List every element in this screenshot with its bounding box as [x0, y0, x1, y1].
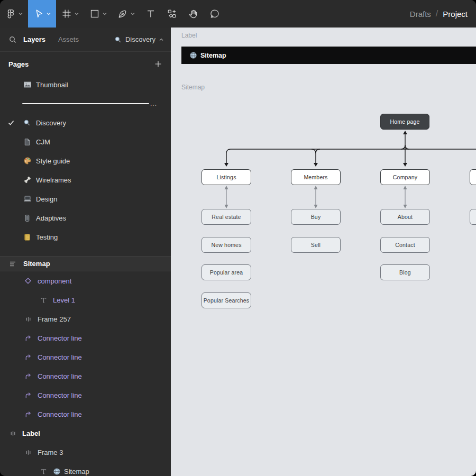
layer-item-label: Connector line — [38, 391, 82, 399]
page-item-label: Adaptives — [36, 214, 66, 222]
search-icon — [23, 119, 31, 126]
sitemap-node-listings[interactable]: Listings — [202, 169, 251, 185]
left-sidebar: Layers Assets Discovery Pages Thumbnail … — [0, 28, 171, 476]
tab-layers[interactable]: Layers — [23, 35, 45, 43]
figma-app-window: Drafts / Project Layers Assets Discovery… — [0, 0, 476, 476]
file-icon — [23, 138, 31, 146]
sitemap-node-members[interactable]: Members — [291, 169, 341, 185]
plus-icon[interactable] — [154, 60, 162, 68]
resources-icon — [167, 8, 177, 19]
page-item-label: Discovery — [36, 119, 66, 127]
phone-icon — [23, 214, 31, 222]
layer-item-label: Connector line — [38, 353, 82, 361]
section-title: Sitemap — [23, 260, 50, 268]
page-item-thumbnail[interactable]: Thumbnail — [0, 75, 171, 94]
page-item-label: Testing — [36, 233, 58, 241]
connector-icon — [24, 353, 32, 361]
page-item-style-guide[interactable]: Style guide — [0, 151, 171, 170]
page-item-cjm[interactable]: CJM — [0, 132, 171, 151]
pen-tool-button[interactable] — [112, 0, 140, 28]
canvas[interactable]: Label Sitemap Sitemap — [171, 28, 476, 476]
resources-tool-button[interactable] — [161, 0, 182, 28]
tab-assets[interactable]: Assets — [58, 35, 79, 43]
layer-item-level-1[interactable]: Level 1 — [0, 290, 171, 309]
move-tool-button[interactable] — [28, 0, 56, 28]
page-selector-dropdown[interactable]: Discovery — [114, 35, 163, 43]
chevron-down-icon — [47, 12, 51, 15]
divider-dots: ... — [150, 102, 157, 105]
page-item-label: Style guide — [36, 157, 70, 165]
connector-icon — [24, 410, 32, 418]
pages-header: Pages — [0, 53, 171, 75]
hand-tool-button[interactable] — [182, 0, 204, 28]
breadcrumb-project[interactable]: Project — [443, 10, 468, 19]
layer-item-label: Label — [22, 429, 40, 437]
layer-item-frame-3[interactable]: Frame 3 — [0, 443, 171, 462]
search-icon[interactable] — [8, 35, 17, 44]
laptop-icon — [23, 195, 32, 203]
divider-line — [22, 103, 149, 104]
layer-item-sitemap-text[interactable]: Sitemap — [0, 462, 171, 476]
sitemap-node-company[interactable]: Company — [380, 169, 430, 185]
sitemap-node-partial-level1[interactable] — [470, 169, 476, 185]
layers-list: component Level 1 Frame 257 Connector li… — [0, 271, 171, 476]
layer-item-label: Frame 3 — [38, 448, 63, 456]
section-bars-icon — [8, 260, 17, 268]
sitemap-node-partial-level2[interactable] — [470, 209, 476, 225]
palette-icon — [23, 157, 32, 165]
sitemap-node-real-estate[interactable]: Real estate — [202, 209, 251, 225]
page-item-testing[interactable]: Testing — [0, 227, 171, 246]
page-item-design[interactable]: Design — [0, 189, 171, 208]
sitemap-node-sell[interactable]: Sell — [291, 237, 341, 253]
chevron-down-icon — [103, 12, 107, 15]
top-toolbar: Drafts / Project — [0, 0, 476, 28]
layer-item-label: Connector line — [38, 334, 82, 342]
chevron-down-icon — [75, 12, 79, 15]
frame-hash-icon — [61, 8, 72, 19]
sitemap-node-popular-searches[interactable]: Popular Searches — [202, 292, 251, 308]
search-icon — [114, 36, 122, 43]
page-item-label: Thumbnail — [36, 81, 68, 89]
sitemap-node-popular-area[interactable]: Popular area — [202, 264, 251, 280]
sitemap-node-home-page[interactable]: Home page — [380, 114, 429, 130]
text-icon — [40, 296, 48, 304]
page-item-wireframes[interactable]: Wireframes — [0, 170, 171, 189]
layer-item-connector-line[interactable]: Connector line — [0, 367, 171, 386]
layer-item-connector-line[interactable]: Connector line — [0, 347, 171, 367]
breadcrumb: Drafts / Project — [410, 9, 476, 19]
layer-item-connector-line[interactable]: Connector line — [0, 386, 171, 405]
frame-icon — [24, 448, 32, 456]
sitemap-node-about[interactable]: About — [380, 209, 430, 225]
sitemap-node-contact[interactable]: Contact — [380, 237, 430, 253]
layer-item-component[interactable]: component — [0, 271, 171, 290]
layer-item-frame-257[interactable]: Frame 257 — [0, 309, 171, 328]
pen-icon — [117, 8, 128, 19]
figma-menu-button[interactable] — [0, 0, 28, 28]
sitemap-node-new-homes[interactable]: New homes — [202, 237, 251, 253]
sitemap-node-buy[interactable]: Buy — [291, 209, 341, 225]
shape-tool-button[interactable] — [84, 0, 112, 28]
frame-icon — [24, 315, 32, 323]
chevron-down-icon — [131, 12, 135, 15]
page-item-discovery[interactable]: Discovery — [0, 113, 171, 132]
layer-item-label: Frame 257 — [38, 315, 71, 323]
page-item-divider[interactable]: ... — [0, 94, 171, 113]
layer-item-connector-line[interactable]: Connector line — [0, 328, 171, 347]
page-item-adaptives[interactable]: Adaptives — [0, 208, 171, 227]
component-icon — [24, 277, 32, 285]
frame-tool-button[interactable] — [56, 0, 84, 28]
sitemap-node-blog[interactable]: Blog — [380, 264, 430, 280]
connector-icon — [24, 391, 32, 399]
sidebar-tabs-row: Layers Assets Discovery — [0, 28, 171, 52]
layers-section-sitemap[interactable]: Sitemap — [0, 256, 171, 271]
text-tool-button[interactable] — [140, 0, 161, 28]
globe-icon — [53, 468, 61, 475]
page-selector-label: Discovery — [125, 35, 155, 43]
breadcrumb-drafts[interactable]: Drafts — [410, 10, 431, 19]
breadcrumb-separator: / — [436, 9, 438, 19]
layer-item-label-frame[interactable]: Label — [0, 424, 171, 443]
page-item-label: Wireframes — [36, 176, 71, 184]
layer-item-connector-line[interactable]: Connector line — [0, 405, 171, 424]
figma-logo-icon — [5, 8, 16, 19]
comment-tool-button[interactable] — [204, 0, 225, 28]
